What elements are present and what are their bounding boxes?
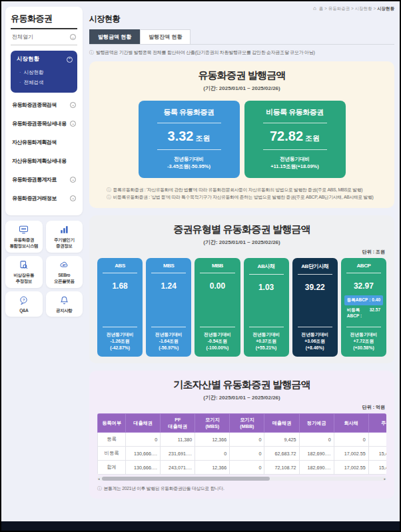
- svg-text:?: ?: [23, 297, 25, 301]
- chevron-down-icon[interactable]: ⌄: [70, 102, 76, 108]
- tab-outstanding-balance[interactable]: 발행잔액 현황: [140, 29, 191, 44]
- registered-securities-box: 등록 유동화증권 3.32조원 전년동기대비 -3.45조원(-50.95%): [139, 101, 240, 178]
- sidebar-title: 유동화증권: [11, 13, 77, 29]
- quick-link-open-platform[interactable]: API SEBro 오픈플랫폼: [46, 256, 83, 288]
- type-col-abcp: ABCP 32.97 등록ABCP:0.40 비등록ABCP :32.57 전년…: [341, 258, 386, 357]
- unregistered-securities-box: 비등록 유동화증권 72.82조원 전년동기대비 +11.15조원(+18.09…: [244, 101, 346, 178]
- unit-label: 단위 : 조원: [97, 249, 385, 255]
- table-row-total: 합계130,666.… 243,071.…12,366 072,108.72 1…: [98, 461, 387, 475]
- breadcrumb-item[interactable]: 유동화증권: [328, 6, 350, 11]
- quick-link-unlisted-estimate[interactable]: 비상장유통 추정정보: [5, 256, 43, 288]
- asset-breakdown-card: 기초자산별 유동화증권 발행금액 (기간: 2025/01/01 ~ 2025/…: [89, 371, 394, 499]
- sidebar-item-market-status-active[interactable]: 시장현황 ⌃ 시장현황 전체검색: [11, 51, 77, 93]
- divider: [263, 149, 327, 150]
- asset-table: 등록여부대출채권 PF 대출채권모기지 (MBS) 모기지 (MBB)매출채권 …: [97, 413, 386, 475]
- breadcrumb-current: 시장현황: [377, 6, 394, 11]
- type-breakdown-card: 증권유형별 유동화증권 발행금액 (기간: 2025/01/01 ~ 2025/…: [89, 215, 394, 363]
- breadcrumb-home[interactable]: 홈: [319, 6, 324, 11]
- divider: [157, 123, 221, 123]
- active-menu-label: 시장현황: [17, 55, 39, 63]
- api-cloud-icon: API: [59, 260, 69, 270]
- unit-label: 단위 : 억원: [97, 404, 385, 411]
- quick-link-popular-securities[interactable]: 주기별인기 증권정보: [46, 221, 83, 253]
- table-row-unregistered: 비등록130,666.… 231,691.…0 062,683.72 182,6…: [98, 447, 387, 461]
- table-row-registered: 등록0 11,38012,366 09,425 00 0: [98, 433, 387, 447]
- unregistered-value: 72.82: [270, 129, 303, 143]
- footer-bar: [1, 521, 400, 531]
- expand-all-select[interactable]: 전체열기 ⌄: [11, 29, 77, 45]
- horizontal-scrollbar[interactable]: ◂ ▸: [97, 477, 386, 481]
- divider: [263, 123, 327, 123]
- sidebar-item-plan-search[interactable]: 자산유동화계획검색: [11, 133, 77, 151]
- abcp-breakdown: 등록ABCP:0.40 비등록ABCP :32.57: [344, 295, 383, 320]
- sidebar-subitem-full-search[interactable]: 전체검색: [17, 77, 73, 87]
- main-content: 홈 > 유동화증권 > 시장현황 > 시장현황 시장현황 발행금액 현황 발행잔…: [85, 1, 400, 521]
- asset-card-title: 기초자산별 유동화증권 발행금액: [97, 379, 386, 391]
- type-col-mbs: MBS 1.24 전년동기대비-1.64조원(-56.97%): [146, 258, 191, 357]
- scrollbar-thumb[interactable]: [102, 477, 270, 481]
- chevron-down-icon[interactable]: ⌄: [70, 195, 76, 201]
- quick-link-notice[interactable]: 공지사항: [46, 291, 83, 317]
- doc-search-icon: [19, 260, 29, 270]
- registered-value: 3.32: [168, 129, 194, 143]
- question-bubble-icon: ?: [19, 295, 29, 305]
- breadcrumb: 홈 > 유동화증권 > 시장현황 > 시장현황: [89, 5, 394, 12]
- registered-yoy: 전년동기대비 -3.45조원(-50.95%): [145, 155, 233, 171]
- sidebar-nav-card: 유동화증권 전체열기 ⌄ 시장현황 ⌃ 시장현황 전체검색 유: [5, 7, 83, 215]
- chevron-down-icon[interactable]: ⌄: [70, 34, 76, 40]
- app-window: 유동화증권 전체열기 ⌄ 시장현황 ⌃ 시장현황 전체검색 유: [0, 0, 401, 532]
- asset-table-viewport: 등록여부대출채권 PF 대출채권모기지 (MBS) 모기지 (MBB)매출채권 …: [97, 413, 386, 475]
- expand-all-label: 전체열기: [12, 33, 33, 41]
- registered-abcp-row: 등록ABCP:0.40: [344, 295, 383, 305]
- svg-text:API: API: [62, 263, 66, 266]
- chevron-up-icon[interactable]: ⌃: [67, 57, 73, 63]
- asset-card-footnote: 본통계는 2021년 이후 발행된 유동화증권만을 대상으로 합니다.: [97, 485, 386, 492]
- sidebar-subitem-market-status[interactable]: 시장현황: [17, 67, 73, 77]
- monitor-icon: [19, 225, 29, 235]
- bar-chart-icon: [59, 225, 69, 235]
- issuance-card-footnotes: 등록유동화증권 : '자산유동화에 관한 법률'에 따라 유동화전문회사등이 자…: [97, 186, 386, 202]
- issuance-card-period: (기간: 2025/01/01 ~ 2025/02/26): [97, 85, 386, 92]
- unregistered-yoy: 전년동기대비 +11.15조원(+18.09%): [251, 155, 339, 171]
- info-icon: [97, 486, 104, 491]
- page-title: 시장현황: [89, 13, 394, 25]
- bell-icon: [59, 295, 69, 305]
- type-col-abs: ABS 1.68 전년동기대비-1.26조원(-42.87%): [97, 258, 143, 357]
- chevron-down-icon[interactable]: ⌄: [70, 177, 76, 183]
- info-icon: [89, 50, 96, 55]
- info-note: 발행금액은 기간별 발행종목 전체를 합산하여 산출(단기증권의 차환발행규모를…: [89, 49, 394, 56]
- tab-bar: 발행금액 현황 발행잔액 현황: [89, 29, 394, 45]
- issuance-card-title: 유동화증권 발행금액: [97, 69, 386, 82]
- sidebar: 유동화증권 전체열기 ⌄ 시장현황 ⌃ 시장현황 전체검색 유: [1, 1, 85, 521]
- issuance-amount-card: 유동화증권 발행금액 (기간: 2025/01/01 ~ 2025/02/26)…: [89, 61, 394, 208]
- sidebar-item-plan-detail[interactable]: 자산유동화계획상세내용: [11, 151, 77, 170]
- type-col-ab-stb: AB단기사채 39.22 전년동기대비+3.06조원(+8.46%): [292, 258, 338, 357]
- quick-links: 유동화증권 통합정보시스템 주기별인기 증권정보 비상장유통 추정정보 API …: [5, 221, 83, 317]
- quick-link-qna[interactable]: ? Q&A: [5, 291, 43, 317]
- sidebar-item-security-search[interactable]: 유동화증권종목검색 ⌄: [11, 95, 77, 114]
- scroll-left-icon[interactable]: ◂: [98, 477, 100, 481]
- sidebar-item-security-detail[interactable]: 유동화증권종목상세내용 ⌄: [11, 114, 77, 133]
- type-columns: ABS 1.68 전년동기대비-1.26조원(-42.87%) MBS 1.24…: [97, 258, 386, 357]
- home-icon[interactable]: [313, 6, 318, 11]
- quick-link-integrated-info[interactable]: 유동화증권 통합정보시스템: [5, 221, 43, 253]
- type-col-mbb: MBB 0.00 전년동기대비-0.54조원(-100.00%): [195, 258, 240, 357]
- divider: [157, 149, 221, 150]
- scroll-right-icon[interactable]: ▸: [384, 477, 386, 481]
- breadcrumb-item[interactable]: 시장현황: [355, 6, 372, 11]
- sidebar-item-statistics[interactable]: 유동화증권통계자료 ⌄: [11, 170, 77, 189]
- sidebar-item-trade-info[interactable]: 유동화증권거래정보 ⌄: [11, 189, 77, 207]
- tab-issuance-amount[interactable]: 발행금액 현황: [89, 29, 140, 44]
- unregistered-abcp-row: 비등록ABCP :32.57: [344, 305, 383, 320]
- type-card-title: 증권유형별 유동화증권 발행금액: [97, 223, 386, 236]
- info-icon: [107, 187, 113, 192]
- info-icon: [107, 195, 113, 199]
- asset-card-period: (기간: 2025/01/01 ~ 2025/02/26): [97, 394, 386, 401]
- type-card-period: (기간: 2025/01/01 ~ 2025/02/26): [97, 239, 386, 246]
- chevron-down-icon[interactable]: ⌄: [70, 121, 76, 127]
- type-col-ab-bond: AB사채 1.03 전년동기대비+0.37조원(+55.21%): [244, 258, 289, 357]
